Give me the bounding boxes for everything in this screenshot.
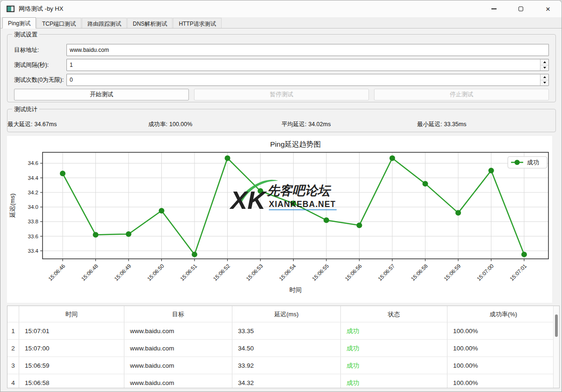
table-row[interactable]: 315:06:59www.baidu.com33.92成功100.00% <box>7 357 559 374</box>
tab-4[interactable]: DNS解析测试 <box>127 18 173 28</box>
interval-spin-up-button[interactable] <box>540 59 548 65</box>
table-cell: www.baidu.com <box>124 357 232 374</box>
table-cell: 100.00% <box>447 357 559 374</box>
window-title: 网络测试 -by HX <box>19 5 63 13</box>
maximize-icon <box>519 7 523 11</box>
svg-text:15:06:49: 15:06:49 <box>113 263 132 282</box>
target-address-input[interactable] <box>66 44 549 56</box>
tab-2[interactable]: TCP端口测试 <box>36 18 81 28</box>
table-cell: www.baidu.com <box>124 340 232 356</box>
count-spin-up-button[interactable] <box>540 74 548 80</box>
target-address-label: 目标地址: <box>14 44 39 56</box>
column-header: 延迟(ms) <box>232 306 341 322</box>
table-cell: 2 <box>7 340 19 356</box>
table-cell: 3 <box>7 357 19 374</box>
close-icon: × <box>546 5 550 13</box>
results-table: 时间目标延迟(ms)状态成功率(%)115:07:01www.baidu.com… <box>7 306 559 388</box>
table-scrollbar-thumb[interactable] <box>555 314 558 337</box>
table-cell: 成功 <box>341 340 447 356</box>
spin-up-icon <box>543 76 546 78</box>
stats-group: 测试统计 成功率:100.00%平均延迟:34.02ms最小延迟:33.35ms… <box>7 109 556 132</box>
table-cell: www.baidu.com <box>124 374 232 388</box>
interval-spinner <box>540 59 548 71</box>
target-address-field <box>66 44 549 56</box>
app-icon <box>7 6 14 12</box>
test-buttons-row: 开始测试暂停测试停止测试 <box>14 89 549 100</box>
svg-text:15:06:48: 15:06:48 <box>80 263 99 282</box>
close-button[interactable]: × <box>534 0 562 17</box>
count-spin-down-button[interactable] <box>540 80 548 86</box>
table-cell: 34.50 <box>232 340 341 356</box>
pause-test-button[interactable]: 暂停测试 <box>194 89 369 100</box>
column-header: 目标 <box>124 306 232 322</box>
spin-up-icon <box>543 61 546 63</box>
chart-figure: 33.433.633.834.034.234.434.615:06:4615:0… <box>7 136 552 303</box>
svg-text:15:06:58: 15:06:58 <box>410 263 429 282</box>
tab-1[interactable]: Ping测试 <box>2 17 36 29</box>
svg-text:15:06:57: 15:06:57 <box>377 263 396 282</box>
table-row[interactable]: 115:07:01www.baidu.com33.35成功100.00% <box>7 322 559 340</box>
stat-min-latency: 最小延迟:33.35ms <box>417 121 466 128</box>
svg-text:15:07:00: 15:07:00 <box>476 263 495 282</box>
watermark: XK先客吧论坛XIANKEBA.NET <box>229 180 337 214</box>
table-row[interactable]: 215:07:00www.baidu.com34.50成功100.00% <box>7 340 559 357</box>
window-controls: × <box>480 0 562 17</box>
start-test-button[interactable]: 开始测试 <box>14 89 189 100</box>
table-cell: www.baidu.com <box>124 322 232 339</box>
minimize-button[interactable] <box>480 0 507 17</box>
settings-group: 测试设置 目标地址: 测试间隔(秒): 测试次数(0为无限): 开始测试暂停测试… <box>7 34 556 102</box>
svg-text:33.8: 33.8 <box>28 219 38 224</box>
table-scrollbar[interactable] <box>553 306 559 388</box>
column-header: 状态 <box>341 306 447 322</box>
table-cell: 成功 <box>341 357 447 374</box>
maximize-button[interactable] <box>507 0 534 17</box>
title-bar: 网络测试 -by HX × <box>0 0 562 17</box>
row-number-header <box>7 306 19 322</box>
interval-input[interactable] <box>66 59 549 71</box>
table-cell: 成功 <box>341 374 447 388</box>
svg-text:Ping延迟趋势图: Ping延迟趋势图 <box>270 140 321 148</box>
table-cell: 成功 <box>341 322 447 339</box>
svg-text:33.4: 33.4 <box>28 248 39 254</box>
table-cell: 33.35 <box>232 322 341 339</box>
svg-text:先客吧论坛: 先客吧论坛 <box>267 184 331 198</box>
table-cell: 15:06:58 <box>19 374 124 388</box>
table-cell: 1 <box>7 322 19 339</box>
svg-text:15:06:56: 15:06:56 <box>344 263 363 282</box>
spin-down-icon <box>543 67 546 69</box>
svg-text:15:06:59: 15:06:59 <box>443 263 461 282</box>
svg-text:15:06:54: 15:06:54 <box>278 263 297 282</box>
interval-label: 测试间隔(秒): <box>14 59 49 71</box>
table-cell: 34.32 <box>232 374 341 388</box>
tab-3[interactable]: 路由跟踪测试 <box>82 18 127 28</box>
svg-text:15:06:50: 15:06:50 <box>146 263 165 282</box>
table-cell: 4 <box>7 374 19 388</box>
interval-field <box>66 59 549 71</box>
stat-avg-latency: 平均延迟:34.02ms <box>281 121 331 128</box>
table-row[interactable]: 415:06:58www.baidu.com34.32成功100.00% <box>7 374 559 388</box>
svg-text:XIANKEBA.NET: XIANKEBA.NET <box>269 200 336 209</box>
table-cell: 100.00% <box>447 374 559 388</box>
svg-text:15:06:52: 15:06:52 <box>212 263 231 282</box>
interval-spin-down-button[interactable] <box>540 65 548 71</box>
count-label: 测试次数(0为无限): <box>14 74 64 86</box>
svg-text:15:06:46: 15:06:46 <box>47 263 66 282</box>
results-table-container: 时间目标延迟(ms)状态成功率(%)115:07:01www.baidu.com… <box>7 306 560 388</box>
stop-test-button[interactable]: 停止测试 <box>374 89 549 100</box>
svg-text:34.2: 34.2 <box>28 190 38 195</box>
column-header: 时间 <box>19 306 124 322</box>
table-cell: 15:07:00 <box>19 340 124 356</box>
svg-text:成功: 成功 <box>527 159 539 166</box>
table-cell: 33.92 <box>232 357 341 374</box>
tab-5[interactable]: HTTP请求测试 <box>173 18 221 28</box>
svg-text:时间: 时间 <box>289 286 302 293</box>
table-header-row: 时间目标延迟(ms)状态成功率(%) <box>7 306 559 322</box>
stat-max-latency: 最大延迟:34.67ms <box>7 121 57 128</box>
svg-text:34.4: 34.4 <box>28 175 39 181</box>
settings-group-title: 测试设置 <box>12 31 39 39</box>
svg-text:XK: XK <box>229 186 267 214</box>
table-cell: 15:07:01 <box>19 322 124 339</box>
svg-text:15:06:53: 15:06:53 <box>245 263 264 282</box>
svg-text:延迟(ms): 延迟(ms) <box>9 193 16 218</box>
count-input[interactable] <box>66 74 549 86</box>
